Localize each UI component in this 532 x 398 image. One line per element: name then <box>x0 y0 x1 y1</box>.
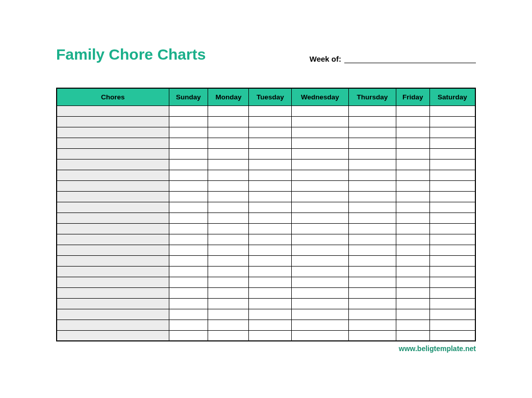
chore-cell[interactable] <box>57 105 169 116</box>
day-cell[interactable] <box>169 234 208 245</box>
day-cell[interactable] <box>292 245 349 255</box>
day-cell[interactable] <box>348 105 396 116</box>
day-cell[interactable] <box>396 191 429 202</box>
day-cell[interactable] <box>208 266 249 277</box>
day-cell[interactable] <box>292 223 349 234</box>
day-cell[interactable] <box>169 159 208 170</box>
day-cell[interactable] <box>169 127 208 138</box>
day-cell[interactable] <box>208 170 249 180</box>
day-cell[interactable] <box>249 330 292 341</box>
day-cell[interactable] <box>396 127 429 138</box>
day-cell[interactable] <box>348 320 396 330</box>
chore-cell[interactable] <box>57 138 169 148</box>
day-cell[interactable] <box>292 287 349 298</box>
day-cell[interactable] <box>208 213 249 223</box>
day-cell[interactable] <box>292 309 349 320</box>
day-cell[interactable] <box>348 266 396 277</box>
day-cell[interactable] <box>429 213 475 223</box>
day-cell[interactable] <box>169 191 208 202</box>
chore-cell[interactable] <box>57 245 169 255</box>
day-cell[interactable] <box>396 180 429 191</box>
day-cell[interactable] <box>292 191 349 202</box>
day-cell[interactable] <box>429 159 475 170</box>
chore-cell[interactable] <box>57 202 169 213</box>
day-cell[interactable] <box>348 245 396 255</box>
day-cell[interactable] <box>396 159 429 170</box>
day-cell[interactable] <box>429 138 475 148</box>
day-cell[interactable] <box>292 159 349 170</box>
day-cell[interactable] <box>249 127 292 138</box>
day-cell[interactable] <box>396 213 429 223</box>
day-cell[interactable] <box>249 298 292 309</box>
day-cell[interactable] <box>348 116 396 127</box>
day-cell[interactable] <box>292 266 349 277</box>
day-cell[interactable] <box>249 138 292 148</box>
day-cell[interactable] <box>208 320 249 330</box>
day-cell[interactable] <box>429 298 475 309</box>
day-cell[interactable] <box>348 170 396 180</box>
day-cell[interactable] <box>169 255 208 266</box>
chore-cell[interactable] <box>57 320 169 330</box>
day-cell[interactable] <box>249 191 292 202</box>
day-cell[interactable] <box>249 148 292 159</box>
day-cell[interactable] <box>348 287 396 298</box>
day-cell[interactable] <box>396 266 429 277</box>
day-cell[interactable] <box>292 255 349 266</box>
chore-cell[interactable] <box>57 116 169 127</box>
day-cell[interactable] <box>292 127 349 138</box>
day-cell[interactable] <box>396 277 429 287</box>
day-cell[interactable] <box>169 105 208 116</box>
day-cell[interactable] <box>292 105 349 116</box>
day-cell[interactable] <box>208 127 249 138</box>
day-cell[interactable] <box>348 159 396 170</box>
chore-cell[interactable] <box>57 213 169 223</box>
day-cell[interactable] <box>249 170 292 180</box>
chore-cell[interactable] <box>57 298 169 309</box>
day-cell[interactable] <box>208 202 249 213</box>
day-cell[interactable] <box>292 277 349 287</box>
day-cell[interactable] <box>348 148 396 159</box>
day-cell[interactable] <box>249 277 292 287</box>
day-cell[interactable] <box>169 138 208 148</box>
day-cell[interactable] <box>396 148 429 159</box>
day-cell[interactable] <box>348 223 396 234</box>
day-cell[interactable] <box>208 116 249 127</box>
day-cell[interactable] <box>396 309 429 320</box>
day-cell[interactable] <box>429 330 475 341</box>
day-cell[interactable] <box>208 180 249 191</box>
day-cell[interactable] <box>169 309 208 320</box>
day-cell[interactable] <box>429 255 475 266</box>
day-cell[interactable] <box>169 277 208 287</box>
chore-cell[interactable] <box>57 223 169 234</box>
chore-cell[interactable] <box>57 127 169 138</box>
day-cell[interactable] <box>429 170 475 180</box>
day-cell[interactable] <box>292 213 349 223</box>
day-cell[interactable] <box>169 213 208 223</box>
day-cell[interactable] <box>249 320 292 330</box>
day-cell[interactable] <box>429 287 475 298</box>
day-cell[interactable] <box>396 202 429 213</box>
day-cell[interactable] <box>348 309 396 320</box>
day-cell[interactable] <box>249 287 292 298</box>
day-cell[interactable] <box>169 202 208 213</box>
day-cell[interactable] <box>429 127 475 138</box>
day-cell[interactable] <box>249 309 292 320</box>
day-cell[interactable] <box>396 223 429 234</box>
chore-cell[interactable] <box>57 255 169 266</box>
day-cell[interactable] <box>208 234 249 245</box>
day-cell[interactable] <box>348 255 396 266</box>
chore-cell[interactable] <box>57 234 169 245</box>
day-cell[interactable] <box>292 116 349 127</box>
day-cell[interactable] <box>249 180 292 191</box>
day-cell[interactable] <box>429 202 475 213</box>
day-cell[interactable] <box>396 234 429 245</box>
chore-cell[interactable] <box>57 170 169 180</box>
chore-cell[interactable] <box>57 266 169 277</box>
day-cell[interactable] <box>169 116 208 127</box>
day-cell[interactable] <box>429 116 475 127</box>
day-cell[interactable] <box>208 287 249 298</box>
day-cell[interactable] <box>208 105 249 116</box>
day-cell[interactable] <box>169 148 208 159</box>
day-cell[interactable] <box>292 138 349 148</box>
day-cell[interactable] <box>292 202 349 213</box>
